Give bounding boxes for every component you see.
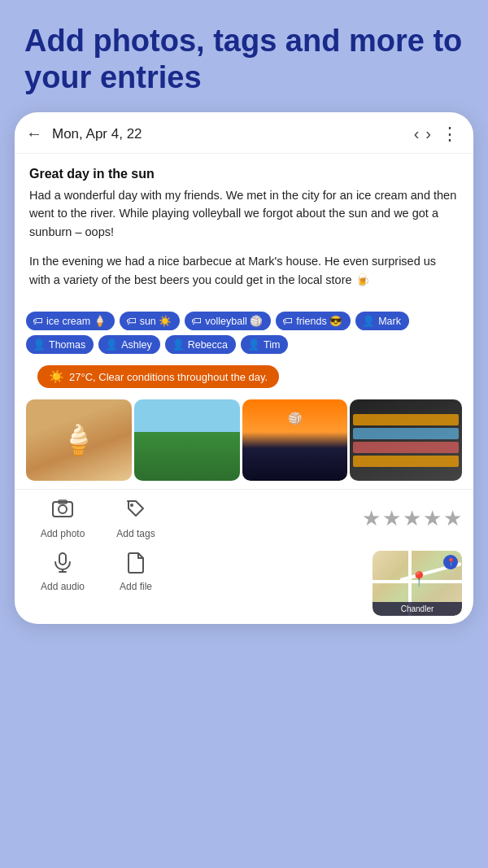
back-button[interactable]: ← (26, 124, 42, 143)
next-entry-button[interactable]: › (425, 124, 431, 143)
add-tags-icon (124, 498, 147, 526)
tag-item[interactable]: 🏷sun ☀️ (120, 312, 181, 330)
more-options-button[interactable]: ⋮ (441, 124, 459, 145)
star-3[interactable]: ★ (403, 506, 421, 531)
add-photo-icon (51, 498, 74, 526)
add-photo-label: Add photo (41, 528, 85, 539)
entry-paragraph-1: Had a wonderful day with my friends. We … (29, 186, 459, 241)
map-badge-icon: 📍 (447, 558, 455, 566)
tag-item[interactable]: 🏷volleyball 🏐 (185, 312, 271, 330)
tag-item[interactable]: 🏷friends 😎 (276, 312, 351, 330)
photo-river[interactable] (134, 399, 240, 481)
shelf-1 (353, 414, 459, 425)
tag-item[interactable]: 👤Mark (355, 312, 409, 330)
add-file-icon (124, 551, 147, 578)
tag-icon: 👤 (247, 338, 260, 351)
shelf-4 (353, 456, 459, 467)
weather-section: ☀️ 27°C, Clear conditions throughout the… (15, 357, 473, 399)
tags-section: 🏷ice cream 🍦🏷sun ☀️🏷volleyball 🏐🏷friends… (15, 307, 473, 357)
tag-item[interactable]: 👤Tim (241, 335, 288, 354)
add-tags-label: Add tags (116, 528, 155, 539)
tag-label: volleyball 🏐 (205, 315, 263, 327)
weather-icon: ☀️ (49, 369, 64, 384)
svg-rect-4 (59, 553, 66, 565)
tag-icon: 🏷 (126, 315, 137, 327)
bottom-actions: Add photo Add tags ★ ★ ★ ★ ★ (15, 489, 473, 624)
tag-icon: 🏷 (191, 315, 202, 327)
star-2[interactable]: ★ (382, 506, 401, 531)
svg-point-1 (59, 505, 67, 513)
tag-label: Mark (378, 316, 401, 327)
photo-store[interactable] (350, 399, 462, 481)
add-audio-label: Add audio (41, 581, 85, 592)
shelf-2 (353, 428, 459, 439)
audio-file-actions: Add audio Add file (26, 551, 172, 592)
hero-title: Add photos, tags and more to your entrie… (0, 0, 488, 112)
entry-date: Mon, Apr 4, 22 (52, 126, 407, 142)
tag-label: friends 😎 (296, 315, 342, 327)
entry-body: Had a wonderful day with my friends. We … (29, 186, 459, 289)
actions-row-2: Add audio Add file (15, 547, 473, 624)
tag-icon: 🏷 (282, 315, 293, 327)
actions-row-1: Add photo Add tags ★ ★ ★ ★ ★ (15, 490, 473, 547)
shelf-3 (353, 442, 459, 453)
weather-bar: ☀️ 27°C, Clear conditions throughout the… (37, 365, 279, 388)
svg-point-3 (130, 504, 133, 507)
tag-label: Tim (264, 339, 280, 351)
tag-label: Ashley (121, 339, 152, 351)
star-5[interactable]: ★ (443, 506, 462, 531)
star-1[interactable]: ★ (362, 506, 381, 531)
photo-volleyball[interactable] (242, 399, 348, 481)
tag-label: Thomas (49, 339, 85, 351)
star-4[interactable]: ★ (423, 506, 442, 531)
tag-icon: 👤 (172, 338, 185, 351)
entry-paragraph-2: In the evening we had a nice barbecue at… (29, 252, 459, 289)
tag-icon: 👤 (105, 338, 118, 351)
nav-icons: ‹ › ⋮ (414, 124, 459, 145)
add-audio-button[interactable]: Add audio (26, 551, 99, 592)
photos-grid (15, 399, 473, 489)
add-file-label: Add file (120, 581, 152, 592)
tag-item[interactable]: 👤Thomas (26, 335, 94, 354)
add-photo-button[interactable]: Add photo (26, 498, 99, 539)
map-location-label: Chandler (373, 602, 462, 616)
tag-label: sun ☀️ (140, 315, 172, 327)
stars-area[interactable]: ★ ★ ★ ★ ★ (362, 506, 462, 531)
tag-icon: 👤 (33, 338, 46, 351)
add-tags-button[interactable]: Add tags (99, 498, 172, 539)
map-pin-icon: 📍 (410, 570, 428, 588)
tag-icon: 👤 (362, 315, 375, 327)
weather-text: 27°C, Clear conditions throughout the da… (69, 371, 268, 383)
tag-label: ice cream 🍦 (46, 315, 107, 327)
photo-icecream[interactable] (26, 399, 132, 481)
tag-label: Rebecca (188, 339, 228, 351)
tag-icon: 🏷 (33, 315, 43, 327)
hero-section: Add photos, tags and more to your entrie… (0, 0, 488, 112)
entry-content: Great day in the sun Had a wonderful day… (15, 154, 473, 307)
tag-item[interactable]: 👤Ashley (98, 335, 160, 354)
entry-title: Great day in the sun (29, 167, 459, 181)
map-thumbnail[interactable]: 📍 📍 Chandler (373, 551, 462, 616)
add-audio-icon (51, 551, 74, 578)
tag-item[interactable]: 🏷ice cream 🍦 (26, 312, 115, 330)
add-file-button[interactable]: Add file (99, 551, 172, 592)
prev-entry-button[interactable]: ‹ (414, 124, 420, 143)
phone-card: ← Mon, Apr 4, 22 ‹ › ⋮ Great day in the … (15, 112, 473, 624)
entry-header: ← Mon, Apr 4, 22 ‹ › ⋮ (15, 112, 473, 154)
map-badge: 📍 (443, 555, 458, 569)
tag-item[interactable]: 👤Rebecca (165, 335, 236, 354)
